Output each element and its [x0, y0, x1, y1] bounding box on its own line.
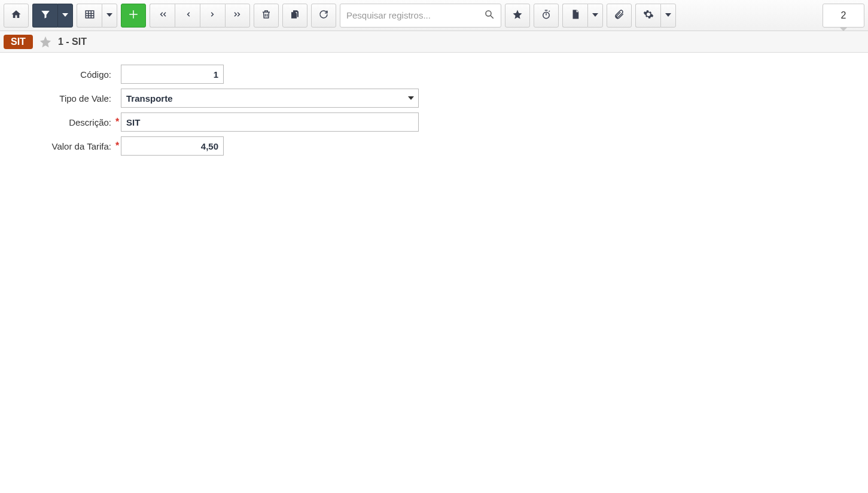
tipo-vale-value[interactable]	[121, 89, 419, 108]
export-button[interactable]	[562, 4, 587, 28]
toolbar: 2	[0, 0, 868, 31]
record-header: SIT 1 - SIT	[0, 31, 868, 53]
tipo-vale-label: Tipo de Vale:	[6, 93, 114, 104]
trash-icon	[261, 9, 272, 22]
chevron-double-left-icon	[157, 9, 168, 22]
caret-down-icon	[106, 11, 112, 20]
tipo-vale-select[interactable]	[121, 89, 419, 108]
refresh-icon	[318, 9, 329, 22]
first-button[interactable]	[150, 4, 175, 28]
record-count[interactable]: 2	[823, 4, 864, 28]
favorite-button[interactable]	[505, 4, 530, 28]
valor-tarifa-input[interactable]	[121, 136, 224, 156]
record-badge: SIT	[4, 35, 33, 49]
filter-button[interactable]	[32, 4, 57, 28]
svg-rect-0	[86, 11, 94, 18]
home-icon	[11, 9, 22, 22]
last-button[interactable]	[225, 4, 250, 28]
search-input[interactable]	[346, 10, 484, 20]
descricao-label: Descrição:	[6, 117, 114, 127]
home-button[interactable]	[4, 4, 29, 28]
copy-icon	[290, 9, 300, 22]
form-area: Código: Tipo de Vale: Descrição: * Valor…	[0, 53, 868, 172]
stopwatch-icon	[541, 9, 552, 22]
file-export-icon	[570, 9, 581, 22]
favorite-toggle[interactable]	[39, 35, 52, 48]
export-button-group	[562, 4, 603, 28]
gear-icon	[643, 9, 654, 22]
settings-button[interactable]	[635, 4, 660, 28]
form-row-valor-tarifa: Valor da Tarifa: *	[6, 136, 862, 156]
plus-icon	[128, 9, 139, 22]
export-dropdown-button[interactable]	[587, 4, 603, 28]
valor-tarifa-label: Valor da Tarifa:	[6, 141, 114, 151]
settings-dropdown-button[interactable]	[660, 4, 676, 28]
timer-button[interactable]	[534, 4, 559, 28]
refresh-button[interactable]	[311, 4, 336, 28]
filter-button-group	[32, 4, 73, 28]
chevron-left-icon	[182, 9, 193, 22]
table-view-button[interactable]	[77, 4, 102, 28]
add-button[interactable]	[121, 4, 146, 28]
caret-down-icon	[592, 11, 598, 20]
copy-button[interactable]	[282, 4, 307, 28]
caret-down-icon	[62, 11, 68, 20]
paperclip-icon	[614, 9, 625, 22]
star-icon	[512, 9, 523, 22]
caret-down-icon	[665, 11, 671, 20]
chevron-double-right-icon	[232, 9, 243, 22]
form-row-codigo: Código:	[6, 65, 862, 84]
delete-button[interactable]	[254, 4, 279, 28]
nav-button-group	[150, 4, 250, 28]
required-indicator: *	[114, 117, 121, 127]
required-indicator: *	[114, 141, 121, 151]
filter-dropdown-button[interactable]	[57, 4, 73, 28]
search-box[interactable]	[340, 4, 501, 28]
form-row-descricao: Descrição: *	[6, 112, 862, 132]
svg-point-5	[486, 11, 491, 16]
attachment-button[interactable]	[607, 4, 632, 28]
codigo-label: Código:	[6, 69, 114, 80]
table-button-group	[77, 4, 117, 28]
chevron-right-icon	[208, 9, 218, 22]
filter-icon	[40, 9, 51, 22]
table-dropdown-button[interactable]	[102, 4, 117, 28]
svg-line-10	[549, 11, 550, 12]
settings-button-group	[635, 4, 676, 28]
form-row-tipo-vale: Tipo de Vale:	[6, 89, 862, 108]
record-title: 1 - SIT	[58, 36, 87, 47]
descricao-input[interactable]	[121, 112, 419, 132]
table-icon	[84, 9, 95, 22]
codigo-input[interactable]	[121, 65, 224, 84]
svg-line-6	[491, 16, 494, 19]
next-button[interactable]	[200, 4, 225, 28]
prev-button[interactable]	[175, 4, 200, 28]
search-icon	[484, 9, 495, 22]
